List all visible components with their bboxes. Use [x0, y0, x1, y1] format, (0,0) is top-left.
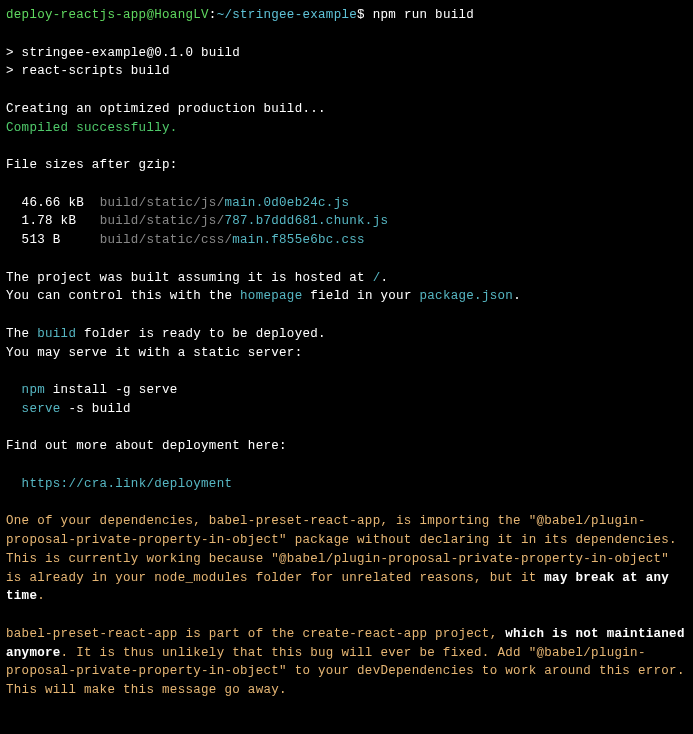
output-line: Find out more about deployment here: — [6, 439, 287, 453]
prompt-user-host: deploy-reactjs-app@HoangLV — [6, 8, 209, 22]
serve-command: serve — [22, 402, 61, 416]
output-line: You can control this with the — [6, 289, 240, 303]
package-json: package.json — [420, 289, 514, 303]
deployment-link: https://cra.link/deployment — [22, 477, 233, 491]
output-line: . — [380, 271, 388, 285]
file-size: 46.66 kB — [6, 196, 100, 210]
warning-text: babel-preset-react-app is part of the cr… — [6, 627, 505, 641]
file-path: build/static/css/ — [100, 233, 233, 247]
output-line: . — [513, 289, 521, 303]
warning-text: . It is thus unlikely that this bug will… — [6, 646, 693, 698]
output-line: The — [6, 327, 37, 341]
output-line: field in your — [302, 289, 419, 303]
output-line: folder is ready to be deployed. — [76, 327, 326, 341]
build-folder: build — [37, 327, 76, 341]
file-name: main.0d0eb24c.js — [224, 196, 349, 210]
file-size: 1.78 kB — [6, 214, 100, 228]
file-name: 787.b7ddd681.chunk.js — [224, 214, 388, 228]
output-line: Creating an optimized production build..… — [6, 102, 326, 116]
file-size: 513 B — [6, 233, 100, 247]
file-name: main.f855e6bc.css — [232, 233, 365, 247]
compiled-success: Compiled successfully. — [6, 121, 178, 135]
prompt-colon: : — [209, 8, 217, 22]
output-line: The project was built assuming it is hos… — [6, 271, 373, 285]
homepage-field: homepage — [240, 289, 302, 303]
file-path: build/static/js/ — [100, 214, 225, 228]
output-line: You may serve it with a static server: — [6, 346, 302, 360]
prompt-dollar: $ — [357, 8, 373, 22]
prompt-path: ~/stringee-example — [217, 8, 357, 22]
output-line: install -g serve — [45, 383, 178, 397]
file-path: build/static/js/ — [100, 196, 225, 210]
terminal-output: deploy-reactjs-app@HoangLV:~/stringee-ex… — [6, 6, 687, 700]
output-line: > react-scripts build — [6, 64, 170, 78]
output-line: -s build — [61, 402, 131, 416]
output-line: > stringee-example@0.1.0 build — [6, 46, 240, 60]
output-line: File sizes after gzip: — [6, 158, 178, 172]
npm-command: npm — [22, 383, 45, 397]
command-text: npm run build — [373, 8, 474, 22]
warning-text: . — [37, 589, 45, 603]
